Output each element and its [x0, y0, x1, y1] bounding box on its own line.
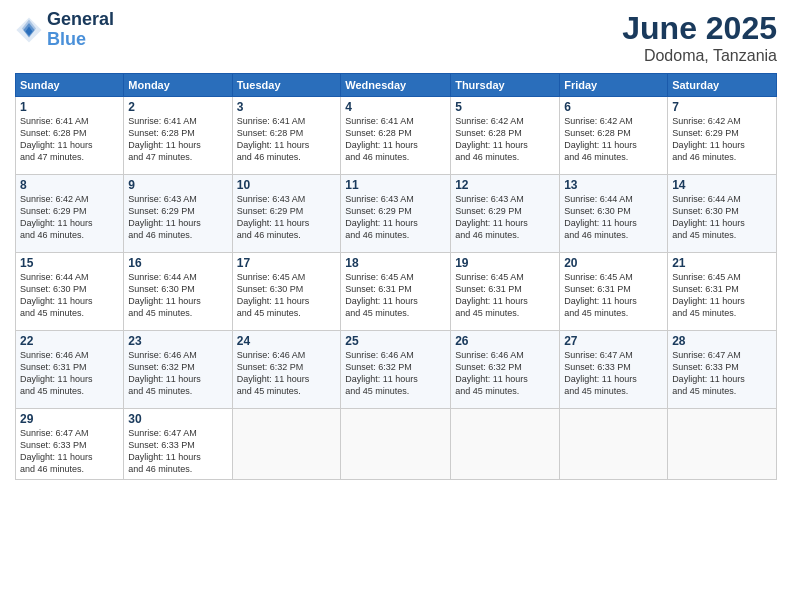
day-number: 23: [128, 334, 227, 348]
table-row: 18Sunrise: 6:45 AMSunset: 6:31 PMDayligh…: [341, 253, 451, 331]
table-row: 16Sunrise: 6:44 AMSunset: 6:30 PMDayligh…: [124, 253, 232, 331]
col-monday: Monday: [124, 74, 232, 97]
col-tuesday: Tuesday: [232, 74, 341, 97]
table-row: 25Sunrise: 6:46 AMSunset: 6:32 PMDayligh…: [341, 331, 451, 409]
day-number: 29: [20, 412, 119, 426]
table-row: 12Sunrise: 6:43 AMSunset: 6:29 PMDayligh…: [451, 175, 560, 253]
day-number: 25: [345, 334, 446, 348]
day-info: Sunrise: 6:46 AMSunset: 6:32 PMDaylight:…: [455, 349, 555, 398]
day-number: 18: [345, 256, 446, 270]
table-row: 14Sunrise: 6:44 AMSunset: 6:30 PMDayligh…: [668, 175, 777, 253]
day-info: Sunrise: 6:41 AMSunset: 6:28 PMDaylight:…: [345, 115, 446, 164]
table-row: [560, 409, 668, 480]
table-row: [451, 409, 560, 480]
day-info: Sunrise: 6:42 AMSunset: 6:28 PMDaylight:…: [455, 115, 555, 164]
day-number: 28: [672, 334, 772, 348]
table-row: 2Sunrise: 6:41 AMSunset: 6:28 PMDaylight…: [124, 97, 232, 175]
table-row: [341, 409, 451, 480]
day-number: 8: [20, 178, 119, 192]
day-info: Sunrise: 6:45 AMSunset: 6:31 PMDaylight:…: [564, 271, 663, 320]
day-number: 15: [20, 256, 119, 270]
day-info: Sunrise: 6:42 AMSunset: 6:28 PMDaylight:…: [564, 115, 663, 164]
table-row: 6Sunrise: 6:42 AMSunset: 6:28 PMDaylight…: [560, 97, 668, 175]
day-info: Sunrise: 6:43 AMSunset: 6:29 PMDaylight:…: [237, 193, 337, 242]
table-row: 17Sunrise: 6:45 AMSunset: 6:30 PMDayligh…: [232, 253, 341, 331]
table-row: 3Sunrise: 6:41 AMSunset: 6:28 PMDaylight…: [232, 97, 341, 175]
day-number: 5: [455, 100, 555, 114]
day-info: Sunrise: 6:46 AMSunset: 6:32 PMDaylight:…: [128, 349, 227, 398]
logo-icon: [15, 16, 43, 44]
day-number: 2: [128, 100, 227, 114]
table-row: 11Sunrise: 6:43 AMSunset: 6:29 PMDayligh…: [341, 175, 451, 253]
day-info: Sunrise: 6:45 AMSunset: 6:31 PMDaylight:…: [672, 271, 772, 320]
day-info: Sunrise: 6:43 AMSunset: 6:29 PMDaylight:…: [455, 193, 555, 242]
day-info: Sunrise: 6:44 AMSunset: 6:30 PMDaylight:…: [672, 193, 772, 242]
calendar-table: Sunday Monday Tuesday Wednesday Thursday…: [15, 73, 777, 480]
day-number: 19: [455, 256, 555, 270]
day-number: 4: [345, 100, 446, 114]
table-row: 21Sunrise: 6:45 AMSunset: 6:31 PMDayligh…: [668, 253, 777, 331]
day-number: 13: [564, 178, 663, 192]
table-row: 4Sunrise: 6:41 AMSunset: 6:28 PMDaylight…: [341, 97, 451, 175]
day-info: Sunrise: 6:45 AMSunset: 6:30 PMDaylight:…: [237, 271, 337, 320]
table-row: 13Sunrise: 6:44 AMSunset: 6:30 PMDayligh…: [560, 175, 668, 253]
day-number: 27: [564, 334, 663, 348]
table-row: 23Sunrise: 6:46 AMSunset: 6:32 PMDayligh…: [124, 331, 232, 409]
day-info: Sunrise: 6:43 AMSunset: 6:29 PMDaylight:…: [345, 193, 446, 242]
table-row: 5Sunrise: 6:42 AMSunset: 6:28 PMDaylight…: [451, 97, 560, 175]
col-saturday: Saturday: [668, 74, 777, 97]
title-block: June 2025 Dodoma, Tanzania: [622, 10, 777, 65]
day-number: 14: [672, 178, 772, 192]
day-number: 9: [128, 178, 227, 192]
day-info: Sunrise: 6:44 AMSunset: 6:30 PMDaylight:…: [20, 271, 119, 320]
table-row: 7Sunrise: 6:42 AMSunset: 6:29 PMDaylight…: [668, 97, 777, 175]
day-info: Sunrise: 6:47 AMSunset: 6:33 PMDaylight:…: [672, 349, 772, 398]
day-number: 30: [128, 412, 227, 426]
calendar-header-row: Sunday Monday Tuesday Wednesday Thursday…: [16, 74, 777, 97]
day-info: Sunrise: 6:41 AMSunset: 6:28 PMDaylight:…: [20, 115, 119, 164]
day-info: Sunrise: 6:44 AMSunset: 6:30 PMDaylight:…: [564, 193, 663, 242]
table-row: [668, 409, 777, 480]
table-row: 22Sunrise: 6:46 AMSunset: 6:31 PMDayligh…: [16, 331, 124, 409]
day-number: 3: [237, 100, 337, 114]
table-row: 24Sunrise: 6:46 AMSunset: 6:32 PMDayligh…: [232, 331, 341, 409]
table-row: 28Sunrise: 6:47 AMSunset: 6:33 PMDayligh…: [668, 331, 777, 409]
day-number: 22: [20, 334, 119, 348]
table-row: [232, 409, 341, 480]
day-info: Sunrise: 6:45 AMSunset: 6:31 PMDaylight:…: [455, 271, 555, 320]
table-row: 1Sunrise: 6:41 AMSunset: 6:28 PMDaylight…: [16, 97, 124, 175]
table-row: 30Sunrise: 6:47 AMSunset: 6:33 PMDayligh…: [124, 409, 232, 480]
table-row: 27Sunrise: 6:47 AMSunset: 6:33 PMDayligh…: [560, 331, 668, 409]
day-info: Sunrise: 6:47 AMSunset: 6:33 PMDaylight:…: [20, 427, 119, 476]
table-row: 9Sunrise: 6:43 AMSunset: 6:29 PMDaylight…: [124, 175, 232, 253]
day-number: 17: [237, 256, 337, 270]
table-row: 15Sunrise: 6:44 AMSunset: 6:30 PMDayligh…: [16, 253, 124, 331]
day-info: Sunrise: 6:45 AMSunset: 6:31 PMDaylight:…: [345, 271, 446, 320]
logo-blue-text: Blue: [47, 29, 86, 49]
day-number: 26: [455, 334, 555, 348]
day-info: Sunrise: 6:43 AMSunset: 6:29 PMDaylight:…: [128, 193, 227, 242]
table-row: 8Sunrise: 6:42 AMSunset: 6:29 PMDaylight…: [16, 175, 124, 253]
table-row: 10Sunrise: 6:43 AMSunset: 6:29 PMDayligh…: [232, 175, 341, 253]
day-info: Sunrise: 6:42 AMSunset: 6:29 PMDaylight:…: [20, 193, 119, 242]
page: GeneralBlue June 2025 Dodoma, Tanzania S…: [0, 0, 792, 612]
header: GeneralBlue June 2025 Dodoma, Tanzania: [15, 10, 777, 65]
day-number: 11: [345, 178, 446, 192]
day-number: 21: [672, 256, 772, 270]
day-number: 6: [564, 100, 663, 114]
table-row: 20Sunrise: 6:45 AMSunset: 6:31 PMDayligh…: [560, 253, 668, 331]
col-friday: Friday: [560, 74, 668, 97]
day-info: Sunrise: 6:42 AMSunset: 6:29 PMDaylight:…: [672, 115, 772, 164]
day-number: 16: [128, 256, 227, 270]
day-number: 20: [564, 256, 663, 270]
day-info: Sunrise: 6:46 AMSunset: 6:31 PMDaylight:…: [20, 349, 119, 398]
month-title: June 2025: [622, 10, 777, 47]
table-row: 26Sunrise: 6:46 AMSunset: 6:32 PMDayligh…: [451, 331, 560, 409]
location-title: Dodoma, Tanzania: [622, 47, 777, 65]
col-wednesday: Wednesday: [341, 74, 451, 97]
day-info: Sunrise: 6:46 AMSunset: 6:32 PMDaylight:…: [345, 349, 446, 398]
table-row: 19Sunrise: 6:45 AMSunset: 6:31 PMDayligh…: [451, 253, 560, 331]
day-info: Sunrise: 6:46 AMSunset: 6:32 PMDaylight:…: [237, 349, 337, 398]
day-number: 7: [672, 100, 772, 114]
day-number: 10: [237, 178, 337, 192]
